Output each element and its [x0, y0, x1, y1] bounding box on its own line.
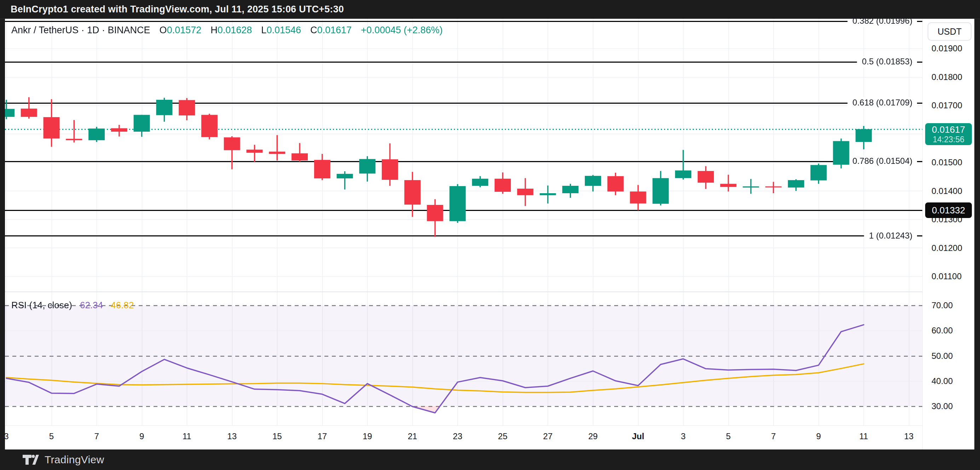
symbol-title[interactable]: Ankr / TetherUS · 1D · BINANCE	[11, 25, 150, 36]
time-axis-label: 29	[589, 432, 598, 441]
footer-brand[interactable]: TradingView	[45, 454, 104, 466]
current-price-value: 0.01617	[925, 124, 972, 135]
time-axis[interactable]: 357911131517192123252729Jul35791113	[5, 425, 922, 450]
rsi-axis-label: 70.00	[932, 301, 953, 311]
header-bar: BeInCrypto1 created with TradingView.com…	[0, 0, 980, 19]
rsi-axis-label: 50.00	[932, 351, 953, 361]
rsi-axis-label: 40.00	[932, 376, 953, 386]
time-axis-label: 3	[681, 432, 685, 441]
current-price-badge: 0.01617 14:23:56	[925, 123, 972, 145]
chart-canvas[interactable]	[5, 19, 922, 425]
rsi-axis-label: 30.00	[932, 401, 953, 411]
time-axis-label: 21	[408, 432, 417, 441]
time-axis-label: 13	[227, 432, 237, 441]
time-axis-label: 7	[94, 432, 99, 441]
time-axis-label: 3	[4, 432, 8, 441]
ohlc-close: C0.01617	[310, 25, 352, 36]
rsi-ma-value: 46.82	[111, 300, 134, 311]
time-axis-label: 15	[272, 432, 282, 441]
time-axis-label: Jul	[632, 432, 644, 441]
time-axis-label: 23	[453, 432, 462, 441]
footer-bar: TradingView	[0, 449, 980, 470]
change-value: +0.00045 (+2.86%)	[361, 25, 442, 36]
price-axis-label: 0.01500	[932, 158, 963, 167]
price-axis-label: 0.01200	[932, 243, 963, 253]
ohlc-high: H0.01628	[210, 25, 252, 36]
time-axis-label: 11	[183, 432, 191, 441]
time-axis-label: 7	[771, 432, 775, 441]
tradingview-snapshot: BeInCrypto1 created with TradingView.com…	[0, 0, 980, 470]
time-axis-label: 9	[139, 432, 144, 441]
time-axis-label: 11	[859, 432, 868, 441]
time-axis-label: 25	[498, 432, 508, 441]
price-axis-label: 0.01800	[932, 72, 963, 82]
rsi-legend: RSI (14, close) 62.34 46.82	[11, 300, 134, 311]
currency-button[interactable]: USDT	[928, 22, 972, 41]
header-title: BeInCrypto1 created with TradingView.com…	[11, 4, 344, 15]
time-axis-label: 17	[317, 432, 327, 441]
chart-area: Ankr / TetherUS · 1D · BINANCE O0.01572 …	[5, 19, 974, 449]
time-axis-label: 13	[904, 432, 913, 441]
time-axis-label: 5	[726, 432, 730, 441]
time-axis-label: 5	[49, 432, 54, 441]
ohlc-low: L0.01546	[261, 25, 301, 36]
bar-countdown: 14:23:56	[925, 135, 972, 144]
price-axis-label: 0.01400	[932, 186, 963, 196]
ohlc-open: O0.01572	[159, 25, 202, 36]
time-axis-label: 9	[816, 432, 821, 441]
tradingview-logo-icon[interactable]	[23, 455, 39, 465]
level-price-badge: 0.01332	[925, 202, 972, 218]
time-axis-label: 27	[543, 432, 553, 441]
price-axis[interactable]: USDT 0.019000.018000.017000.015000.01400…	[922, 19, 974, 449]
rsi-title[interactable]: RSI (14, close)	[11, 300, 72, 311]
price-axis-label: 0.01700	[932, 100, 963, 110]
symbol-legend: Ankr / TetherUS · 1D · BINANCE O0.01572 …	[11, 25, 442, 36]
price-axis-label: 0.01900	[932, 43, 963, 53]
rsi-value: 62.34	[80, 300, 103, 311]
time-axis-label: 19	[363, 432, 372, 441]
rsi-axis-label: 60.00	[932, 326, 953, 336]
price-axis-label: 0.01100	[932, 271, 962, 281]
